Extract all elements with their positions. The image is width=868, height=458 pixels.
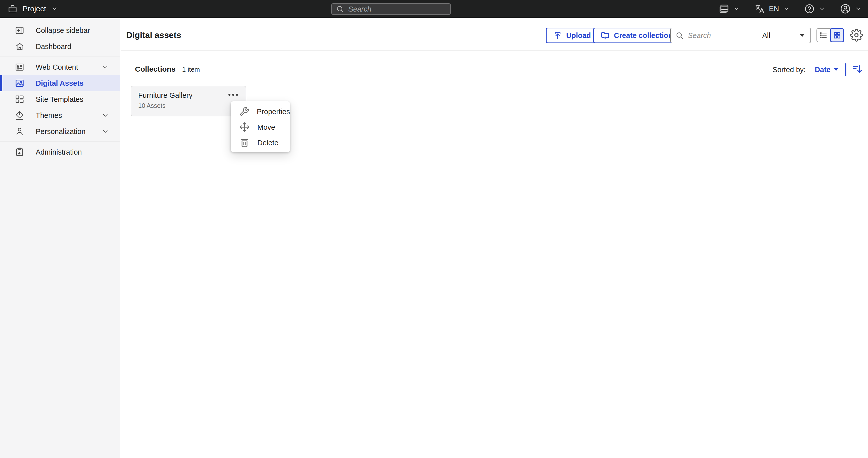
topbar: Project: [0, 0, 868, 18]
sidebar-item-label: Personalization: [36, 127, 86, 136]
asset-type-filter-value: All: [762, 31, 770, 40]
sorted-by-label: Sorted by:: [773, 66, 806, 74]
site-switcher-menu[interactable]: [719, 3, 740, 14]
collection-card-count: 10 Assets: [138, 102, 240, 109]
card-context-menu: Properties Move Delete: [231, 101, 290, 152]
list-view-button[interactable]: [816, 28, 831, 42]
menu-item-move[interactable]: Move: [231, 119, 290, 135]
asset-search-input[interactable]: [688, 31, 746, 40]
sidebar-item-personalization[interactable]: Personalization: [0, 123, 120, 140]
dropdown-caret-icon: [834, 68, 838, 71]
collections-header: Collections 1 item: [135, 65, 200, 73]
user-menu[interactable]: [840, 3, 862, 14]
list-view-icon: [819, 31, 828, 39]
collapse-sidebar-icon: [14, 25, 25, 35]
move-icon: [239, 122, 250, 132]
sidebar-item-dashboard[interactable]: Dashboard: [0, 38, 120, 55]
sort-descending-icon: [852, 64, 863, 74]
personalization-icon: [14, 126, 25, 136]
sidebar-item-themes[interactable]: Themes: [0, 107, 120, 123]
menu-item-label: Delete: [257, 139, 278, 147]
translate-icon: [754, 3, 765, 14]
global-search-input[interactable]: [348, 5, 446, 13]
sort-direction-button[interactable]: [852, 64, 863, 75]
sort-field-value: Date: [815, 66, 831, 74]
sidebar: Collapse sidebar Dashboard Web Content D…: [0, 19, 120, 458]
grid-view-icon: [833, 31, 841, 39]
sort-field-dropdown[interactable]: Date: [815, 66, 838, 74]
project-label: Project: [23, 4, 46, 13]
ellipsis-icon: [228, 93, 239, 97]
gear-icon: [850, 29, 863, 42]
menu-item-properties[interactable]: Properties: [231, 104, 290, 119]
sidebar-item-label: Site Templates: [36, 95, 84, 103]
language-menu[interactable]: EN: [754, 3, 789, 14]
sidebar-item-label: Administration: [36, 148, 82, 156]
menu-item-label: Properties: [257, 108, 290, 116]
menu-item-delete[interactable]: Delete: [231, 135, 290, 151]
sidebar-item-web-content[interactable]: Web Content: [0, 59, 120, 75]
view-toggle: [816, 28, 844, 42]
create-collection-button[interactable]: Create collection: [593, 28, 680, 43]
help-menu[interactable]: [804, 3, 825, 14]
trash-icon: [239, 138, 250, 148]
sidebar-item-digital-assets[interactable]: Digital Assets: [0, 75, 120, 91]
sort-controls: Sorted by: Date: [773, 63, 863, 76]
chevron-down-icon: [783, 5, 789, 12]
topbar-right: EN: [719, 3, 862, 14]
language-code: EN: [769, 4, 779, 13]
asset-type-filter[interactable]: All: [756, 28, 810, 43]
menu-item-label: Move: [257, 123, 275, 131]
wrench-icon: [239, 106, 249, 117]
administration-icon: [14, 147, 25, 157]
sidebar-item-administration[interactable]: Administration: [0, 144, 120, 160]
chevron-down-icon: [101, 128, 109, 135]
chevron-down-icon: [855, 5, 862, 12]
sidebar-item-collapse-sidebar[interactable]: Collapse sidebar: [0, 22, 120, 38]
collections-title: Collections: [135, 65, 176, 73]
sidebar-item-label: Collapse sidebar: [36, 26, 90, 35]
dropdown-caret-icon: [800, 34, 804, 37]
collection-card-title: Furniture Gallery: [138, 91, 240, 99]
chevron-down-icon: [101, 112, 109, 119]
sites-icon: [719, 3, 729, 14]
asset-search[interactable]: [671, 31, 756, 40]
help-icon: [804, 3, 815, 14]
user-avatar-icon: [840, 3, 851, 14]
sidebar-item-label: Themes: [36, 111, 62, 120]
chevron-down-icon: [733, 5, 740, 12]
project-switcher[interactable]: Project: [7, 4, 58, 14]
sidebar-item-label: Dashboard: [36, 42, 71, 51]
header-divider: [121, 50, 868, 51]
web-content-icon: [14, 62, 25, 72]
grid-view-button[interactable]: [830, 28, 844, 42]
sidebar-item-label: Web Content: [36, 63, 78, 71]
chevron-down-icon: [819, 5, 825, 12]
briefcase-icon: [7, 4, 18, 14]
upload-icon: [553, 31, 562, 40]
create-collection-button-label: Create collection: [614, 31, 673, 40]
sidebar-item-label: Digital Assets: [36, 79, 84, 88]
sort-divider: [845, 63, 846, 76]
collections-count: 1 item: [182, 66, 200, 73]
sidebar-divider: [0, 142, 120, 142]
card-actions-button[interactable]: [226, 91, 241, 100]
chevron-down-icon: [101, 63, 109, 71]
settings-button[interactable]: [850, 29, 863, 43]
sidebar-divider: [0, 57, 120, 57]
folder-plus-icon: [600, 31, 610, 40]
digital-assets-icon: [14, 78, 25, 88]
sidebar-item-site-templates[interactable]: Site Templates: [0, 91, 120, 107]
page-title: Digital assets: [126, 30, 181, 40]
search-icon: [336, 5, 344, 13]
chevron-down-icon: [51, 5, 58, 12]
site-templates-icon: [14, 94, 25, 104]
themes-icon: [14, 110, 25, 120]
upload-button-label: Upload: [566, 31, 591, 40]
asset-search-combo: All: [670, 28, 811, 43]
collection-card[interactable]: Furniture Gallery 10 Assets: [131, 86, 246, 116]
global-search[interactable]: [331, 3, 451, 15]
search-icon: [675, 31, 684, 40]
upload-button[interactable]: Upload: [546, 28, 598, 43]
home-icon: [14, 41, 25, 52]
